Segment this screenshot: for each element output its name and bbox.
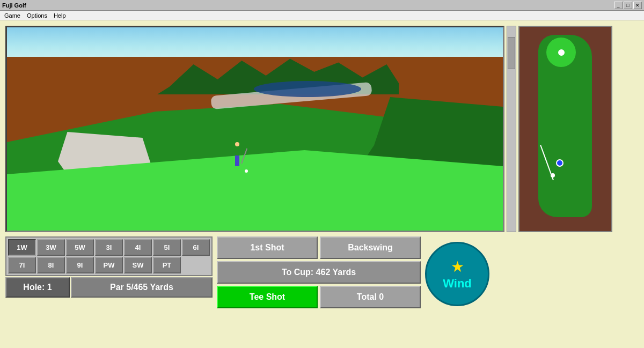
water-hazard <box>254 81 361 97</box>
scrollbar-thumb[interactable] <box>508 37 515 69</box>
game-view[interactable] <box>5 26 504 232</box>
menu-game[interactable]: Game <box>1 12 24 19</box>
club-1w[interactable]: 1W <box>8 239 36 256</box>
club-section: 1W 3W 5W 3I 4I 5I 6I 7I 8I 9I PW SW PT <box>5 236 213 298</box>
club-8i[interactable]: 8I <box>37 257 65 273</box>
backswing-button[interactable]: Backswing <box>320 236 421 259</box>
hole-info: Hole: 1 Par 5/465 Yards <box>5 277 213 298</box>
club-5w[interactable]: 5W <box>66 239 94 256</box>
hole-number: Hole: 1 <box>5 277 70 298</box>
shot-row-2: Tee Shot Total 0 <box>217 286 421 308</box>
club-empty <box>182 257 210 273</box>
maximize-button[interactable]: □ <box>624 2 632 9</box>
golf-ball <box>245 169 248 173</box>
golfer-body <box>235 156 239 166</box>
golfer <box>232 142 242 166</box>
shot-row-1: 1st Shot Backswing <box>217 236 421 259</box>
club-6i[interactable]: 6I <box>182 239 210 256</box>
menu-options[interactable]: Options <box>24 12 50 19</box>
club-7i[interactable]: 7I <box>8 257 36 273</box>
club-pt[interactable]: PT <box>153 257 181 273</box>
first-shot-button[interactable]: 1st Shot <box>217 236 318 259</box>
bottom-controls: 1W 3W 5W 3I 4I 5I 6I 7I 8I 9I PW SW PT <box>5 236 639 308</box>
mini-map-hole <box>558 49 565 56</box>
wind-label: Wind <box>443 277 472 291</box>
distance-display: To Cup: 462 Yards <box>217 261 421 284</box>
club-pw[interactable]: PW <box>95 257 123 273</box>
shot-controls: 1st Shot Backswing To Cup: 462 Yards Tee… <box>217 236 421 308</box>
tee-shot-button[interactable]: Tee Shot <box>217 286 318 308</box>
golfer-head <box>235 142 239 146</box>
mini-map <box>518 26 612 232</box>
club-sw[interactable]: SW <box>124 257 152 273</box>
game-view-container <box>5 26 639 232</box>
club-3w[interactable]: 3W <box>37 239 65 256</box>
club-3i[interactable]: 3I <box>95 239 123 256</box>
club-4i[interactable]: 4I <box>124 239 152 256</box>
title-bar-controls: _ □ ✕ <box>614 2 642 9</box>
menu-bar: Game Options Help <box>0 11 644 20</box>
main-content: 1W 3W 5W 3I 4I 5I 6I 7I 8I 9I PW SW PT <box>0 20 644 348</box>
wind-indicator: ★ Wind <box>425 242 489 306</box>
club-5i[interactable]: 5I <box>153 239 181 256</box>
sky <box>7 27 503 60</box>
minimize-button[interactable]: _ <box>614 2 623 9</box>
menu-help[interactable]: Help <box>50 12 69 19</box>
left-section: 1W 3W 5W 3I 4I 5I 6I 7I 8I 9I PW SW PT <box>5 26 639 343</box>
total-display: Total 0 <box>320 286 421 308</box>
window-title: Fuji Golf <box>2 2 614 9</box>
close-button[interactable]: ✕ <box>633 2 642 9</box>
club-9i[interactable]: 9I <box>66 257 94 273</box>
club-grid: 1W 3W 5W 3I 4I 5I 6I 7I 8I 9I PW SW PT <box>5 236 213 276</box>
mini-map-player <box>556 159 564 167</box>
view-scrollbar[interactable] <box>507 26 516 232</box>
mini-map-ball <box>551 173 555 177</box>
title-bar: Fuji Golf _ □ ✕ <box>0 0 644 11</box>
wind-star-icon: ★ <box>451 258 464 276</box>
par-info: Par 5/465 Yards <box>71 277 213 298</box>
right-panel: ★ Wind <box>425 236 489 306</box>
